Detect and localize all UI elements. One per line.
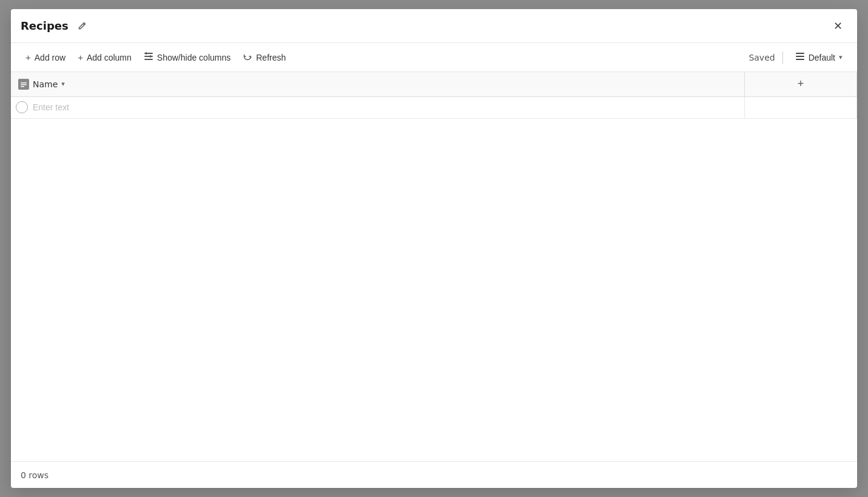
- default-label: Default: [809, 53, 835, 62]
- show-hide-icon: [144, 52, 153, 63]
- modal-title: Recipes: [21, 19, 69, 32]
- add-row-button[interactable]: + Add row: [21, 48, 70, 66]
- add-row-icon: +: [25, 52, 31, 62]
- add-row-label: Add row: [35, 53, 66, 62]
- row-count: 0 rows: [21, 470, 49, 480]
- name-column-chevron: ▾: [61, 80, 65, 88]
- name-column-label: Name: [33, 79, 58, 89]
- svg-rect-4: [150, 55, 151, 58]
- default-view-button[interactable]: Default ▾: [790, 48, 847, 67]
- svg-rect-6: [796, 56, 804, 57]
- table-row: [11, 96, 857, 118]
- svg-rect-10: [21, 86, 24, 87]
- modal-toolbar: + Add row + Add column Show/hide co: [11, 43, 857, 72]
- modal-dialog: Recipes ✕ + Add row + Add column: [11, 9, 857, 488]
- chevron-down-icon: ▾: [839, 53, 843, 61]
- close-icon: ✕: [833, 19, 843, 33]
- svg-rect-9: [21, 84, 27, 85]
- add-col-cell: [745, 96, 857, 118]
- data-grid: Name ▾ +: [11, 72, 857, 119]
- toolbar-right: Saved Default ▾: [749, 48, 847, 67]
- add-column-header-button[interactable]: +: [745, 72, 856, 96]
- modal-header: Recipes ✕: [11, 9, 857, 43]
- show-hide-columns-button[interactable]: Show/hide columns: [139, 48, 235, 67]
- add-column-button[interactable]: + Add column: [73, 48, 136, 66]
- add-column-label: Add column: [87, 53, 132, 62]
- modal-title-area: Recipes: [21, 19, 89, 33]
- toolbar-divider: [782, 52, 783, 64]
- name-cell[interactable]: [11, 96, 745, 118]
- list-icon: [795, 52, 805, 63]
- svg-rect-7: [796, 59, 804, 60]
- refresh-label: Refresh: [256, 53, 286, 62]
- name-text-input[interactable]: [33, 102, 739, 112]
- add-column-plus-icon: +: [798, 78, 804, 90]
- svg-rect-5: [796, 53, 804, 54]
- table-body: Name ▾ +: [11, 72, 857, 461]
- pencil-icon: [77, 21, 87, 31]
- svg-rect-8: [21, 82, 27, 84]
- svg-rect-3: [146, 52, 147, 55]
- toolbar-left: + Add row + Add column Show/hide co: [21, 48, 291, 67]
- name-column-icon: [18, 79, 29, 90]
- refresh-icon: [243, 52, 252, 63]
- close-button[interactable]: ✕: [828, 16, 847, 36]
- svg-rect-1: [144, 56, 153, 57]
- column-header-row: Name ▾ +: [11, 72, 857, 96]
- edit-title-button[interactable]: [75, 19, 89, 33]
- refresh-button[interactable]: Refresh: [238, 48, 291, 67]
- svg-rect-2: [144, 59, 153, 60]
- modal-footer: 0 rows: [11, 461, 857, 488]
- saved-status: Saved: [749, 53, 775, 62]
- show-hide-columns-label: Show/hide columns: [157, 53, 230, 62]
- name-column-header[interactable]: Name ▾: [11, 72, 745, 96]
- add-column-header: +: [745, 72, 857, 96]
- row-selector[interactable]: [16, 101, 28, 113]
- add-column-icon: +: [78, 52, 83, 62]
